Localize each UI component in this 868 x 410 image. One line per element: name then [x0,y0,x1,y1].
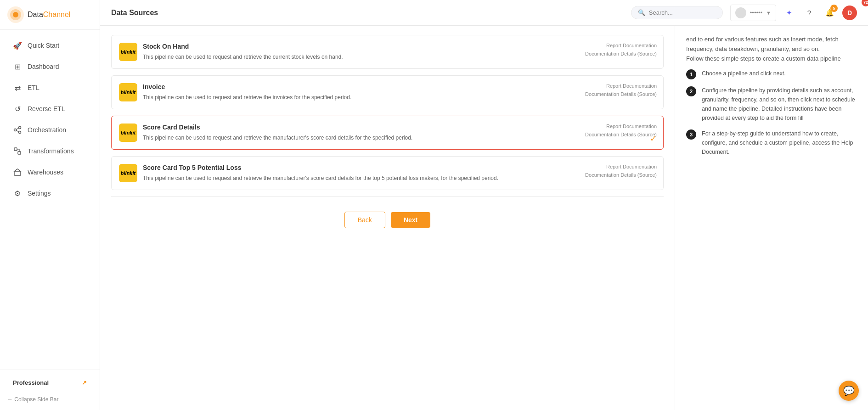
report-doc-link[interactable]: Report Documentation [585,42,657,50]
pipeline-title: Stock On Hand [143,43,656,50]
search-input[interactable] [649,9,713,16]
doc-details-link[interactable]: Documentation Details (Source) [585,131,657,139]
pipeline-desc: This pipeline can be used to request and… [143,53,656,61]
help-button[interactable]: ? [802,6,817,20]
right-panel: end to end for various features such as … [675,26,868,410]
notifications-badge: 5 [830,5,838,12]
sidebar-footer: Professional ↗ ← Collapse Side Bar [0,370,100,410]
sidebar-item-label: ETL [28,84,39,91]
step-text-1: Choose a pipeline and click next. [702,69,786,78]
pipeline-links: Report Documentation Documentation Detai… [585,42,657,58]
pipeline-title: Invoice [143,83,656,90]
user-avatar-button[interactable]: D 72 [842,6,857,20]
svg-line-7 [17,130,19,132]
step-number-3: 3 [686,129,696,140]
pipeline-info: Score Card Details This pipeline can be … [143,124,656,142]
dashboard-icon: ⊞ [13,62,22,71]
blinkit-logo: blinkit [119,43,137,61]
svg-point-4 [19,127,21,129]
pipeline-card-score-card-top5[interactable]: blinkit Score Card Top 5 Potential Loss … [111,156,664,190]
sidebar-item-settings[interactable]: ⚙ Settings [4,183,96,203]
steps-list: 1 Choose a pipeline and click next. 2 Co… [686,69,857,157]
content-area: blinkit Stock On Hand This pipeline can … [100,26,868,410]
sparkle-button[interactable]: ✦ [782,6,796,20]
step-item-3: 3 For a step-by-step guide to understand… [686,129,857,157]
doc-details-link[interactable]: Documentation Details (Source) [585,90,657,99]
external-link-icon: ↗ [82,379,87,386]
sidebar-item-orchestration[interactable]: Orchestration [4,120,96,140]
pipeline-card-stock-on-hand[interactable]: blinkit Stock On Hand This pipeline can … [111,35,664,69]
sidebar-item-label: Warehouses [28,168,63,176]
avatar-initial: D [847,9,852,17]
doc-details-link[interactable]: Documentation Details (Source) [585,50,657,58]
sidebar-item-quick-start[interactable]: 🚀 Quick Start [4,35,96,56]
report-doc-link[interactable]: Report Documentation [585,82,657,90]
chevron-down-icon: ▼ [766,10,771,16]
transformations-icon [13,146,22,156]
step-item-1: 1 Choose a pipeline and click next. [686,69,857,79]
user-name-hidden: •••••• [750,9,762,16]
card-header: blinkit Score Card Top 5 Potential Loss … [119,164,656,182]
pipeline-links: Report Documentation Documentation Detai… [585,123,657,139]
search-bar[interactable]: 🔍 [631,6,723,19]
search-icon: 🔍 [638,9,645,16]
pipeline-info: Score Card Top 5 Potential Loss This pip… [143,164,656,182]
sidebar: DataChannel 🚀 Quick Start ⊞ Dashboard ⇄ … [0,0,100,410]
pipeline-panel: blinkit Stock On Hand This pipeline can … [100,26,675,410]
sidebar-item-label: Settings [28,190,51,197]
sidebar-item-label: Orchestration [28,126,66,134]
main-content: Data Sources 🔍 •••••• ▼ ✦ ? 🔔 5 D [100,0,868,410]
sidebar-item-transformations[interactable]: Transformations [4,141,96,161]
svg-point-5 [19,131,21,134]
svg-point-3 [14,129,17,131]
sidebar-item-warehouses[interactable]: Warehouses [4,162,96,182]
doc-details-link[interactable]: Documentation Details (Source) [585,171,657,180]
step-text-3: For a step-by-step guide to understand h… [702,129,857,157]
user-avatar-small [735,7,746,18]
logo-icon [7,6,24,23]
sidebar-item-label: Quick Start [28,42,59,49]
header-right: 🔍 •••••• ▼ ✦ ? 🔔 5 D 72 [631,5,857,21]
chat-button[interactable]: 💬 [839,381,859,401]
pipeline-card-invoice[interactable]: blinkit Invoice This pipeline can be use… [111,75,664,109]
chat-icon: 💬 [843,385,855,396]
selected-check-icon: ✓ [650,134,657,144]
svg-line-6 [17,128,19,129]
header-actions: •••••• ▼ ✦ ? 🔔 5 D 72 [730,5,857,21]
card-header: blinkit Score Card Details This pipeline… [119,124,656,142]
warehouses-icon [13,168,22,177]
reverse-etl-icon: ↺ [13,104,22,113]
sidebar-item-label: Reverse ETL [28,105,65,112]
header: Data Sources 🔍 •••••• ▼ ✦ ? 🔔 5 D [100,0,868,26]
settings-icon: ⚙ [13,189,22,198]
pipeline-info: Invoice This pipeline can be used to req… [143,83,656,101]
notifications-button[interactable]: 🔔 5 [822,6,837,20]
professional-label: Professional [13,379,49,386]
sidebar-item-etl[interactable]: ⇄ ETL [4,78,96,98]
svg-rect-12 [14,172,21,175]
step-number-1: 1 [686,69,696,79]
sidebar-nav: 🚀 Quick Start ⊞ Dashboard ⇄ ETL ↺ Revers… [0,30,100,370]
report-doc-link[interactable]: Report Documentation [585,123,657,131]
alerts-badge: 72 [862,0,868,6]
sidebar-item-label: Transformations [28,147,74,155]
back-button[interactable]: Back [344,212,385,228]
bottom-actions: Back Next [111,204,664,232]
collapse-sidebar-button[interactable]: ← Collapse Side Bar [7,394,92,404]
blinkit-logo: blinkit [119,164,137,182]
card-header: blinkit Invoice This pipeline can be use… [119,83,656,101]
pipeline-card-score-card-details[interactable]: blinkit Score Card Details This pipeline… [111,116,664,150]
user-selector[interactable]: •••••• ▼ [730,5,776,21]
pipeline-title: Score Card Details [143,124,656,131]
report-doc-link[interactable]: Report Documentation [585,163,657,171]
rocket-icon: 🚀 [13,41,22,50]
blinkit-logo: blinkit [119,124,137,142]
etl-icon: ⇄ [13,83,22,92]
sidebar-item-dashboard[interactable]: ⊞ Dashboard [4,56,96,77]
next-button[interactable]: Next [391,212,430,228]
sidebar-item-reverse-etl[interactable]: ↺ Reverse ETL [4,99,96,119]
pipeline-info: Stock On Hand This pipeline can be used … [143,43,656,61]
step-item-2: 2 Configure the pipeline by providing de… [686,86,857,123]
professional-badge[interactable]: Professional ↗ [7,376,92,390]
help-text: end to end for various features such as … [686,35,857,63]
